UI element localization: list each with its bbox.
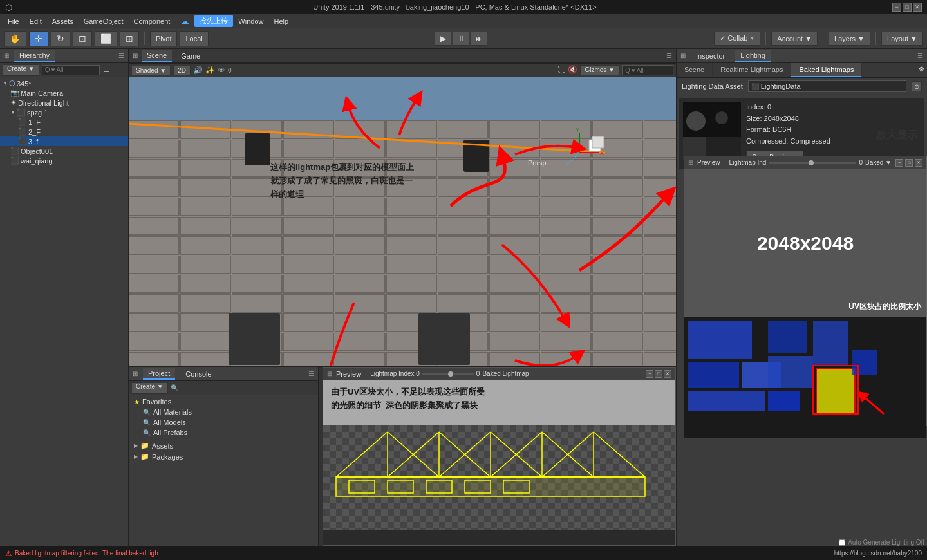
tool-rect[interactable]: ⬜ (95, 31, 117, 46)
minimize-btn[interactable]: − (892, 3, 901, 12)
scene-audio-btn[interactable]: 🔊 (193, 66, 203, 75)
account-btn[interactable]: Account ▼ (771, 32, 818, 46)
close-btn[interactable]: ✕ (913, 3, 922, 12)
tree-3f-label: 3_f (28, 138, 38, 145)
layout-btn[interactable]: Layout ▼ (881, 32, 923, 46)
svg-text:Persp: Persp (528, 159, 547, 167)
menu-assets[interactable]: Assets (47, 16, 79, 26)
scene-maximize-btn[interactable]: ⛶ (557, 65, 565, 75)
scene-search-input[interactable] (622, 65, 673, 75)
lightmap-slider-bottom[interactable] (422, 373, 474, 375)
spzg-expand-icon: ▼ (10, 109, 15, 115)
project-item-all-prefabs[interactable]: 🔍 All Prefabs (129, 427, 318, 438)
assets-expand-icon: ▶ (134, 443, 138, 449)
tool-hand[interactable]: ✋ (4, 31, 26, 46)
inspector-lighting-header: ⊞ Inspector Lighting ☰ (677, 49, 927, 63)
tree-item-camera[interactable]: 📷 Main Camera (0, 88, 128, 98)
project-item-all-models[interactable]: 🔍 All Models (129, 417, 318, 427)
scene-canvas: X Y Persp (129, 77, 676, 366)
hierarchy-options-btn[interactable]: ☰ (104, 66, 109, 73)
preview-bottom-max-btn[interactable]: □ (655, 370, 662, 378)
tool-rotate[interactable]: ↻ (51, 31, 70, 46)
collab-btn[interactable]: ✓ Collab ▼ (714, 32, 760, 46)
game-tab[interactable]: Game (176, 51, 205, 61)
big-preview-top: 2048x2048 UV区块占的比例太小 (684, 169, 926, 317)
auto-generate-footer: Auto Generate Lighting Off (839, 539, 924, 546)
menu-highlight[interactable]: 抢先上传 (194, 15, 233, 27)
tree-item-wai-qiang[interactable]: ⬛ wai_qiang (0, 156, 128, 165)
asset-pick-btn[interactable]: ⊙ (912, 81, 922, 91)
menu-window[interactable]: Window (233, 16, 268, 26)
preview-window-bottom: ⊞ Preview Lightmap Index 0 0 Baked Light… (323, 367, 676, 546)
tree-item-3f[interactable]: ⬛ 3_f (0, 136, 128, 146)
big-preview-restore-btn[interactable]: □ (905, 159, 913, 167)
preview-bottom-close-btn[interactable]: ✕ (664, 370, 671, 378)
realtime-subtab[interactable]: Realtime Lightmaps (713, 63, 791, 77)
tree-item-1f[interactable]: ⬛ 1_F (0, 117, 128, 127)
asset-field[interactable]: ⬛ LightingData (748, 80, 906, 92)
menu-help[interactable]: Help (268, 16, 294, 26)
tool-move[interactable]: ✛ (29, 31, 48, 46)
auto-generate-checkbox[interactable] (839, 539, 845, 546)
scene-subtab[interactable]: Scene (677, 63, 713, 77)
play-group: ▶ ⏸ ⏭ (435, 32, 487, 46)
big-lightmap-slider[interactable] (769, 162, 856, 164)
svg-text:Y: Y (576, 127, 579, 133)
svg-rect-61 (813, 321, 848, 366)
account-label: Account ▼ (777, 35, 812, 42)
all-models-label: All Models (153, 418, 186, 426)
scene-tab[interactable]: Scene (142, 50, 172, 62)
step-btn[interactable]: ⏭ (471, 32, 487, 46)
local-btn[interactable]: Local (180, 31, 208, 46)
inspector-tab[interactable]: Inspector (691, 51, 730, 61)
tool-combo[interactable]: ⊞ (120, 31, 139, 46)
lighting-settings-btn[interactable]: ⚙ (916, 63, 927, 77)
preview-bottom-min-btn[interactable]: − (646, 370, 653, 378)
gizmos-btn[interactable]: Gizmos ▼ (580, 65, 619, 75)
menu-file[interactable]: File (3, 16, 24, 26)
tool-scale[interactable]: ⊡ (73, 31, 92, 46)
lighting-tab-main[interactable]: Lighting (735, 50, 771, 62)
tree-item-directional-light[interactable]: ☀ Directional Light (0, 98, 128, 107)
hierarchy-menu-btn[interactable]: ☰ (118, 52, 124, 59)
layers-btn[interactable]: Layers ▼ (829, 32, 870, 46)
project-item-packages[interactable]: ▶ 📁 Packages (129, 451, 318, 462)
scene-view-btn[interactable]: 👁 (218, 66, 225, 75)
scene-mute-btn[interactable]: 🔇 (568, 65, 577, 75)
scene-fx-btn[interactable]: ✨ (205, 66, 215, 75)
hierarchy-toolbar: Create ▼ ☰ (0, 63, 128, 77)
slider-thumb-bottom[interactable] (448, 371, 453, 377)
project-menu-btn[interactable]: ☰ (308, 370, 314, 377)
pause-btn[interactable]: ⏸ (453, 32, 469, 46)
shading-mode-btn[interactable]: Shaded ▼ (131, 66, 171, 75)
project-item-all-materials[interactable]: 🔍 All Materials (129, 407, 318, 417)
hierarchy-tab[interactable]: Hierarchy (14, 50, 55, 62)
project-create-btn[interactable]: Create ▼ (131, 382, 168, 394)
tree-item-object001[interactable]: ⬛ Object001 (0, 146, 128, 156)
big-preview-close-btn[interactable]: ✕ (915, 159, 922, 167)
project-item-favorites[interactable]: ★ Favorites (129, 397, 318, 407)
menu-cloud-icon[interactable]: ☁ (175, 15, 194, 28)
preview-description-text: 由于UV区块太小，不足以表现这些面所受的光照的细节 深色的阴影集聚成了黑块 (331, 387, 485, 410)
play-btn[interactable]: ▶ (435, 32, 451, 46)
hierarchy-create-btn[interactable]: Create ▼ (3, 64, 39, 76)
right-panel-menu-btn[interactable]: ☰ (917, 52, 923, 59)
2d-btn[interactable]: 2D (173, 66, 191, 75)
pivot-btn[interactable]: Pivot (150, 31, 177, 46)
menu-edit[interactable]: Edit (24, 16, 47, 26)
console-tab[interactable]: Console (180, 369, 216, 379)
baked-subtab[interactable]: Baked Lightmaps (791, 63, 862, 77)
project-item-assets[interactable]: ▶ 📁 Assets (129, 440, 318, 451)
menu-gameobject[interactable]: GameObject (79, 16, 129, 26)
scene-layer-num[interactable]: 0 (228, 67, 232, 74)
tree-item-root[interactable]: ▼ ⬡ 345* (0, 79, 128, 88)
hierarchy-search-input[interactable] (42, 65, 100, 75)
menu-component[interactable]: Component (128, 16, 175, 26)
big-preview-min-btn[interactable]: − (895, 159, 903, 167)
project-tab[interactable]: Project (143, 368, 175, 380)
restore-btn[interactable]: □ (903, 3, 912, 12)
scene-menu-btn[interactable]: ☰ (666, 52, 672, 59)
tree-item-2f[interactable]: ⬛ 2_F (0, 127, 128, 136)
big-slider-thumb[interactable] (809, 160, 814, 165)
tree-item-spzg[interactable]: ▼ ⬛ spzg 1 (0, 107, 128, 117)
